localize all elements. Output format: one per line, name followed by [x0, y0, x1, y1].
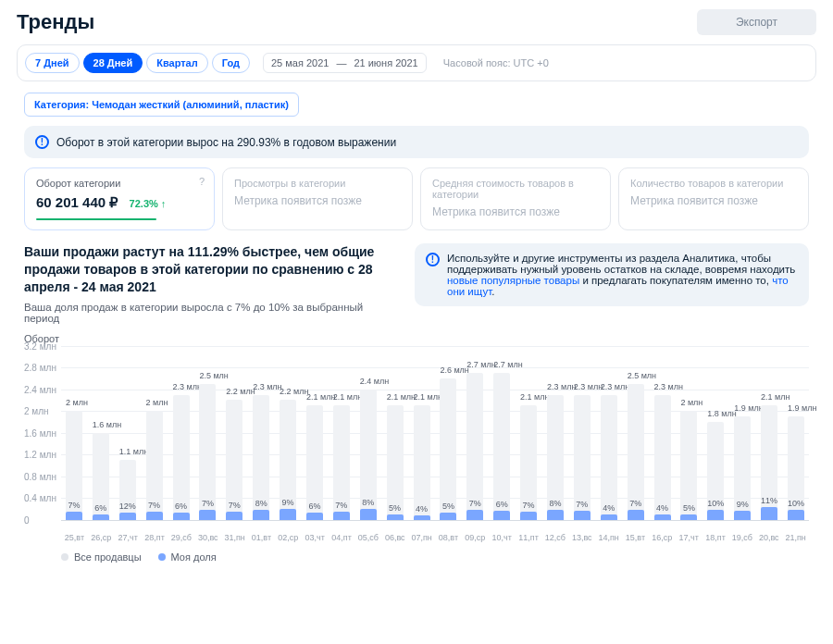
bar-value-label: 1.9 млн — [788, 403, 816, 413]
bar-share-label: 6% — [496, 500, 508, 509]
turnover-chart: Оборот 00.4 млн0.8 млн1.2 млн1.6 млн2 мл… — [24, 333, 809, 542]
timezone-label: Часовой пояс: UTC +0 — [443, 57, 549, 68]
bar-col: 2.5 млн7% — [194, 346, 220, 520]
metric-count[interactable]: Количество товаров в категории Метрика п… — [618, 167, 809, 230]
bar-col: 2.5 млн7% — [623, 346, 649, 520]
xtick-label: 30,вс — [194, 533, 221, 542]
bar-share-label: 7% — [629, 499, 641, 508]
bar-share-label: 7% — [335, 501, 347, 510]
bar-col: 1.6 млн6% — [88, 346, 114, 520]
date-range[interactable]: 25 мая 2021 — 21 июня 2021 — [263, 53, 427, 73]
bar-share-label: 4% — [656, 503, 668, 513]
ytick-label: 2.8 млн — [24, 363, 57, 373]
link-popular-goods[interactable]: новые популярные товары — [447, 275, 579, 286]
bar-col: 2.7 млн6% — [489, 346, 515, 520]
bar-share-label: 8% — [255, 499, 267, 508]
xtick-label: 07,пн — [408, 533, 435, 542]
bar-col: 2.4 млн8% — [355, 346, 381, 520]
bar-share-label: 4% — [416, 504, 428, 514]
xtick-label: 27,чт — [115, 533, 142, 542]
bar-share-label: 11% — [761, 496, 777, 505]
xtick-label: 09,ср — [462, 533, 489, 542]
bar-col: 2.3 млн8% — [248, 346, 274, 520]
period-tab-0[interactable]: 7 Дней — [25, 53, 80, 73]
bar-col: 2.2 млн7% — [221, 346, 247, 520]
bar-col: 2.1 млн7% — [329, 346, 354, 520]
bar-share-label: 6% — [94, 503, 106, 513]
growth-alert: ! Оборот в этой категории вырос на 290.9… — [24, 126, 809, 158]
delta-up: 72.3% ↑ — [130, 198, 167, 209]
ytick-label: 1.6 млн — [24, 427, 57, 438]
bar-col: 2.1 млн5% — [382, 346, 408, 520]
bar-share-label: 7% — [148, 501, 160, 510]
bar-col: 2.3 млн7% — [569, 346, 595, 520]
xtick-label: 19,сб — [728, 533, 755, 542]
period-tab-2[interactable]: Квартал — [146, 53, 208, 73]
bar-col: 2.6 млн5% — [435, 346, 461, 520]
info-tip: ! Используйте и другие инструменты из ра… — [415, 243, 809, 306]
xtick-label: 12,сб — [541, 533, 568, 542]
ytick-label: 1.2 млн — [24, 450, 57, 460]
metric-views[interactable]: Просмотры в категории Метрика появится п… — [222, 167, 413, 230]
bar-col: 2.1 млн6% — [302, 346, 328, 520]
xtick-label: 28,пт — [142, 533, 168, 542]
chart-legend: Все продавцы Моя доля — [61, 551, 809, 563]
xtick-label: 04,пт — [329, 533, 355, 542]
metric-avg-price[interactable]: Средняя стоимость товаров в категории Ме… — [420, 167, 611, 230]
period-tab-3[interactable]: Год — [212, 53, 250, 73]
xtick-label: 02,ср — [275, 533, 302, 542]
xtick-label: 18,пт — [702, 533, 729, 542]
period-panel: 7 Дней28 ДнейКварталГод 25 мая 2021 — 21… — [17, 44, 816, 81]
bar-col: 2.3 млн8% — [542, 346, 568, 520]
ytick-label: 0.8 млн — [24, 471, 57, 481]
ytick-label: 2.4 млн — [24, 384, 57, 394]
xtick-label: 16,ср — [649, 533, 676, 542]
legend-dot-mine — [158, 553, 166, 561]
bar-value-label: 2 млн — [680, 398, 702, 407]
bar-share-label: 6% — [308, 502, 320, 511]
period-tab-1[interactable]: 28 Дней — [83, 53, 143, 73]
bar-share-label: 9% — [282, 498, 294, 507]
xtick-label: 05,сб — [354, 533, 381, 542]
bar-col: 2.1 млн4% — [409, 346, 435, 520]
bar-col: 2.3 млн4% — [596, 346, 622, 520]
bar-col: 1.9 млн9% — [729, 346, 755, 520]
xtick-label: 26,ср — [88, 533, 115, 542]
xtick-label: 29,сб — [168, 533, 194, 542]
bar-value-label: 2 млн — [66, 398, 88, 407]
bar-col: 2 млн5% — [676, 346, 702, 520]
page-title: Тренды — [17, 10, 94, 34]
ytick-label: 3.2 млн — [24, 341, 57, 351]
xtick-label: 13,вс — [568, 533, 595, 542]
bar-share-label: 8% — [549, 499, 561, 508]
bar-value-label: 2 млн — [146, 398, 168, 407]
xtick-label: 14,пн — [595, 533, 622, 542]
ytick-label: 2 млн — [24, 406, 57, 416]
metric-turnover[interactable]: Оборот категории ? 60 201 440 ₽ 72.3% ↑ — [24, 167, 215, 230]
period-tabs: 7 Дней28 ДнейКварталГод — [25, 53, 250, 73]
bar-share-label: 7% — [576, 500, 588, 509]
bar-col: 2 млн7% — [61, 346, 87, 520]
bar-col: 1.1 млн12% — [115, 346, 141, 520]
help-icon[interactable]: ? — [199, 176, 205, 187]
export-button[interactable]: Экспорт — [697, 9, 816, 35]
bar-col: 2.1 млн11% — [756, 346, 782, 520]
bar-share-label: 8% — [362, 498, 374, 507]
bar-share-label: 7% — [523, 501, 535, 510]
bar-share-label: 7% — [202, 499, 214, 508]
bar-share-label: 9% — [737, 500, 749, 509]
lead-sub: Ваша доля продаж в категории выросла с 7… — [24, 302, 396, 324]
bar-share-label: 5% — [442, 502, 454, 511]
lead-heading: Ваши продажи растут на 111.29% быстрее, … — [24, 243, 396, 296]
xtick-label: 10,чт — [489, 533, 516, 542]
bar-col: 1.9 млн10% — [783, 346, 809, 520]
bar-col: 2.1 млн7% — [516, 346, 541, 520]
xtick-label: 15,вт — [622, 533, 649, 542]
bar-share-label: 12% — [119, 502, 136, 511]
date-to: 21 июня 2021 — [354, 57, 417, 68]
bar-share-label: 7% — [229, 501, 241, 510]
bar-share-label: 7% — [469, 499, 481, 508]
category-chip[interactable]: Категория: Чемодан жесткий (алюминий, пл… — [24, 93, 299, 117]
ytick-label: 0 — [24, 514, 57, 525]
bar-col: 1.8 млн10% — [702, 346, 728, 520]
